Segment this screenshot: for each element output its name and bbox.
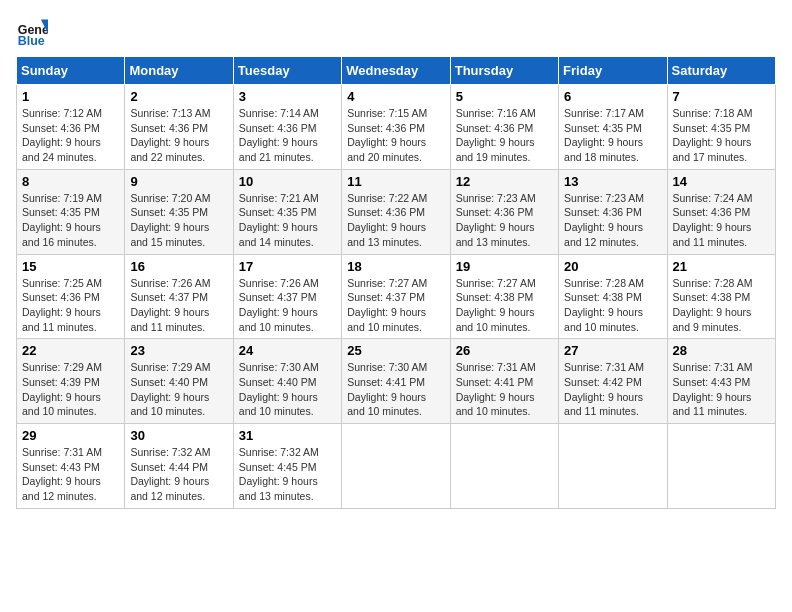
daylight-label: Daylight: 9 hours and 10 minutes. (564, 306, 643, 333)
sunset-label: Sunset: 4:36 PM (239, 122, 317, 134)
sunrise-label: Sunrise: 7:22 AM (347, 192, 427, 204)
day-info: Sunrise: 7:20 AM Sunset: 4:35 PM Dayligh… (130, 191, 227, 250)
sunrise-label: Sunrise: 7:30 AM (347, 361, 427, 373)
day-number: 5 (456, 89, 553, 104)
sunset-label: Sunset: 4:41 PM (347, 376, 425, 388)
day-number: 7 (673, 89, 770, 104)
sunset-label: Sunset: 4:43 PM (22, 461, 100, 473)
sunrise-label: Sunrise: 7:29 AM (22, 361, 102, 373)
sunrise-label: Sunrise: 7:20 AM (130, 192, 210, 204)
weekday-header-sunday: Sunday (17, 57, 125, 85)
day-info: Sunrise: 7:12 AM Sunset: 4:36 PM Dayligh… (22, 106, 119, 165)
daylight-label: Daylight: 9 hours and 19 minutes. (456, 136, 535, 163)
weekday-header-wednesday: Wednesday (342, 57, 450, 85)
sunset-label: Sunset: 4:35 PM (239, 206, 317, 218)
sunrise-label: Sunrise: 7:15 AM (347, 107, 427, 119)
sunrise-label: Sunrise: 7:19 AM (22, 192, 102, 204)
sunrise-label: Sunrise: 7:29 AM (130, 361, 210, 373)
daylight-label: Daylight: 9 hours and 17 minutes. (673, 136, 752, 163)
sunset-label: Sunset: 4:45 PM (239, 461, 317, 473)
sunset-label: Sunset: 4:36 PM (130, 122, 208, 134)
calendar-week-4: 22 Sunrise: 7:29 AM Sunset: 4:39 PM Dayl… (17, 339, 776, 424)
sunrise-label: Sunrise: 7:13 AM (130, 107, 210, 119)
sunrise-label: Sunrise: 7:24 AM (673, 192, 753, 204)
daylight-label: Daylight: 9 hours and 13 minutes. (347, 221, 426, 248)
sunset-label: Sunset: 4:38 PM (564, 291, 642, 303)
day-number: 9 (130, 174, 227, 189)
day-info: Sunrise: 7:18 AM Sunset: 4:35 PM Dayligh… (673, 106, 770, 165)
logo: General Blue (16, 16, 48, 48)
sunrise-label: Sunrise: 7:26 AM (239, 277, 319, 289)
day-info: Sunrise: 7:14 AM Sunset: 4:36 PM Dayligh… (239, 106, 336, 165)
calendar-day-17: 17 Sunrise: 7:26 AM Sunset: 4:37 PM Dayl… (233, 254, 341, 339)
empty-cell (667, 424, 775, 509)
day-info: Sunrise: 7:32 AM Sunset: 4:44 PM Dayligh… (130, 445, 227, 504)
daylight-label: Daylight: 9 hours and 18 minutes. (564, 136, 643, 163)
sunset-label: Sunset: 4:35 PM (564, 122, 642, 134)
daylight-label: Daylight: 9 hours and 16 minutes. (22, 221, 101, 248)
calendar-day-26: 26 Sunrise: 7:31 AM Sunset: 4:41 PM Dayl… (450, 339, 558, 424)
calendar-week-5: 29 Sunrise: 7:31 AM Sunset: 4:43 PM Dayl… (17, 424, 776, 509)
day-info: Sunrise: 7:27 AM Sunset: 4:37 PM Dayligh… (347, 276, 444, 335)
calendar-day-7: 7 Sunrise: 7:18 AM Sunset: 4:35 PM Dayli… (667, 85, 775, 170)
sunrise-label: Sunrise: 7:12 AM (22, 107, 102, 119)
sunset-label: Sunset: 4:36 PM (673, 206, 751, 218)
daylight-label: Daylight: 9 hours and 11 minutes. (673, 391, 752, 418)
daylight-label: Daylight: 9 hours and 11 minutes. (564, 391, 643, 418)
daylight-label: Daylight: 9 hours and 21 minutes. (239, 136, 318, 163)
calendar-day-25: 25 Sunrise: 7:30 AM Sunset: 4:41 PM Dayl… (342, 339, 450, 424)
calendar-day-14: 14 Sunrise: 7:24 AM Sunset: 4:36 PM Dayl… (667, 169, 775, 254)
sunrise-label: Sunrise: 7:18 AM (673, 107, 753, 119)
day-number: 4 (347, 89, 444, 104)
daylight-label: Daylight: 9 hours and 11 minutes. (22, 306, 101, 333)
logo-icon: General Blue (16, 16, 48, 48)
day-number: 12 (456, 174, 553, 189)
daylight-label: Daylight: 9 hours and 13 minutes. (239, 475, 318, 502)
day-info: Sunrise: 7:31 AM Sunset: 4:41 PM Dayligh… (456, 360, 553, 419)
day-number: 14 (673, 174, 770, 189)
day-number: 11 (347, 174, 444, 189)
calendar-day-15: 15 Sunrise: 7:25 AM Sunset: 4:36 PM Dayl… (17, 254, 125, 339)
sunset-label: Sunset: 4:40 PM (239, 376, 317, 388)
weekday-header-saturday: Saturday (667, 57, 775, 85)
weekday-header-monday: Monday (125, 57, 233, 85)
day-number: 19 (456, 259, 553, 274)
daylight-label: Daylight: 9 hours and 15 minutes. (130, 221, 209, 248)
day-info: Sunrise: 7:31 AM Sunset: 4:43 PM Dayligh… (22, 445, 119, 504)
sunrise-label: Sunrise: 7:17 AM (564, 107, 644, 119)
sunrise-label: Sunrise: 7:28 AM (673, 277, 753, 289)
calendar-day-6: 6 Sunrise: 7:17 AM Sunset: 4:35 PM Dayli… (559, 85, 667, 170)
daylight-label: Daylight: 9 hours and 13 minutes. (456, 221, 535, 248)
daylight-label: Daylight: 9 hours and 9 minutes. (673, 306, 752, 333)
calendar-day-30: 30 Sunrise: 7:32 AM Sunset: 4:44 PM Dayl… (125, 424, 233, 509)
calendar-day-23: 23 Sunrise: 7:29 AM Sunset: 4:40 PM Dayl… (125, 339, 233, 424)
calendar-day-22: 22 Sunrise: 7:29 AM Sunset: 4:39 PM Dayl… (17, 339, 125, 424)
calendar-week-2: 8 Sunrise: 7:19 AM Sunset: 4:35 PM Dayli… (17, 169, 776, 254)
day-info: Sunrise: 7:19 AM Sunset: 4:35 PM Dayligh… (22, 191, 119, 250)
day-number: 31 (239, 428, 336, 443)
sunrise-label: Sunrise: 7:14 AM (239, 107, 319, 119)
day-number: 30 (130, 428, 227, 443)
calendar-day-8: 8 Sunrise: 7:19 AM Sunset: 4:35 PM Dayli… (17, 169, 125, 254)
calendar-table: SundayMondayTuesdayWednesdayThursdayFrid… (16, 56, 776, 509)
day-number: 15 (22, 259, 119, 274)
sunset-label: Sunset: 4:36 PM (456, 206, 534, 218)
day-info: Sunrise: 7:17 AM Sunset: 4:35 PM Dayligh… (564, 106, 661, 165)
daylight-label: Daylight: 9 hours and 10 minutes. (239, 391, 318, 418)
daylight-label: Daylight: 9 hours and 11 minutes. (673, 221, 752, 248)
day-info: Sunrise: 7:29 AM Sunset: 4:40 PM Dayligh… (130, 360, 227, 419)
daylight-label: Daylight: 9 hours and 10 minutes. (456, 391, 535, 418)
sunset-label: Sunset: 4:36 PM (564, 206, 642, 218)
day-info: Sunrise: 7:30 AM Sunset: 4:41 PM Dayligh… (347, 360, 444, 419)
daylight-label: Daylight: 9 hours and 10 minutes. (347, 306, 426, 333)
calendar-day-1: 1 Sunrise: 7:12 AM Sunset: 4:36 PM Dayli… (17, 85, 125, 170)
sunset-label: Sunset: 4:35 PM (130, 206, 208, 218)
svg-text:Blue: Blue (18, 34, 45, 48)
calendar-day-18: 18 Sunrise: 7:27 AM Sunset: 4:37 PM Dayl… (342, 254, 450, 339)
day-info: Sunrise: 7:15 AM Sunset: 4:36 PM Dayligh… (347, 106, 444, 165)
sunset-label: Sunset: 4:40 PM (130, 376, 208, 388)
daylight-label: Daylight: 9 hours and 14 minutes. (239, 221, 318, 248)
sunset-label: Sunset: 4:43 PM (673, 376, 751, 388)
weekday-header-tuesday: Tuesday (233, 57, 341, 85)
sunset-label: Sunset: 4:42 PM (564, 376, 642, 388)
